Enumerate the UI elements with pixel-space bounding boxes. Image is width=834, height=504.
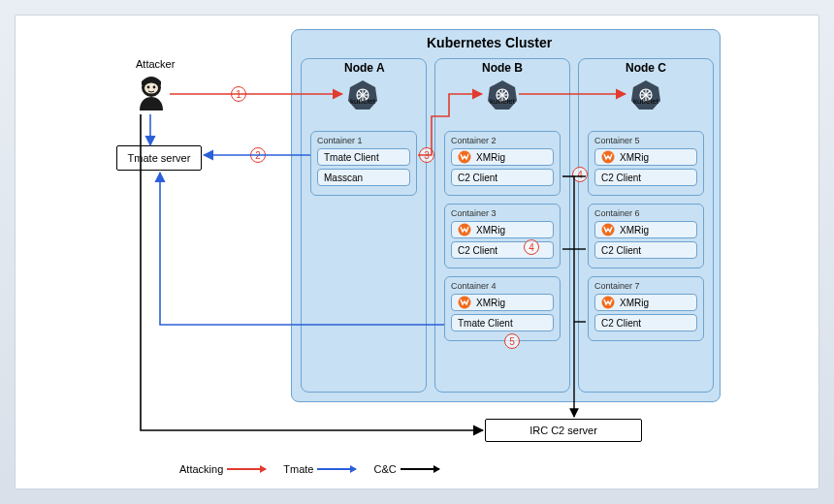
kubelet-a: kubelet: [347, 79, 378, 110]
xmrig-pill: XMRig: [451, 221, 554, 238]
c2-client-pill: C2 Client: [594, 314, 697, 331]
masscan-pill: Masscan: [317, 169, 410, 186]
tmate-server: Tmate server: [116, 145, 202, 171]
xmrig-pill: XMRig: [594, 221, 697, 238]
kubelet-label: kubelet: [343, 97, 382, 106]
container-2-label: Container 2: [451, 136, 554, 145]
container-4-label: Container 4: [451, 281, 554, 291]
attacker-icon: [136, 74, 167, 112]
step-4b: 4: [572, 167, 588, 182]
kubelet-label: kubelet: [626, 97, 665, 106]
container-5: Container 5 XMRig C2 Client: [588, 131, 704, 196]
xmrig-icon: [601, 150, 615, 164]
node-b-title: Node B: [482, 61, 523, 75]
step-2: 2: [250, 147, 266, 163]
xmrig-pill: XMRig: [594, 148, 697, 166]
container-2: Container 2 XMRig C2 Client: [444, 131, 561, 196]
container-4: Container 4 XMRig Tmate Client: [444, 276, 561, 341]
kubelet-c: kubelet: [630, 79, 661, 110]
c2-client-pill: C2 Client: [451, 169, 554, 186]
cluster-title: Kubernetes Cluster: [427, 35, 552, 50]
kubernetes-icon: [487, 79, 518, 110]
container-3-label: Container 3: [451, 208, 554, 218]
container-1-label: Container 1: [317, 136, 410, 145]
step-3: 3: [419, 147, 434, 163]
irc-c2-server: IRC C2 server: [485, 419, 642, 442]
container-6-label: Container 6: [594, 208, 697, 218]
xmrig-pill: XMRig: [594, 294, 697, 311]
step-5: 5: [504, 333, 520, 349]
xmrig-icon: [458, 150, 471, 164]
legend: Attacking Tmate C&C: [179, 463, 439, 475]
container-7-label: Container 7: [594, 281, 697, 291]
container-1: Container 1 Tmate Client Masscan: [310, 131, 417, 196]
legend-cc: C&C: [373, 463, 438, 475]
kubelet-b: kubelet: [487, 79, 518, 110]
step-4a: 4: [524, 239, 539, 255]
kubernetes-icon: [630, 79, 661, 110]
attacker-label: Attacker: [136, 58, 175, 70]
legend-tmate: Tmate: [283, 463, 356, 475]
c2-client-pill: C2 Client: [594, 241, 697, 259]
tmate-client-pill: Tmate Client: [451, 314, 554, 331]
xmrig-pill: XMRig: [451, 148, 554, 166]
attacker: Attacker: [136, 58, 175, 114]
xmrig-icon: [601, 296, 615, 309]
node-c-title: Node C: [626, 61, 666, 75]
svg-point-26: [147, 86, 150, 89]
xmrig-icon: [458, 296, 471, 309]
container-6: Container 6 XMRig C2 Client: [588, 204, 704, 268]
container-7: Container 7 XMRig C2 Client: [588, 276, 704, 341]
xmrig-icon: [601, 223, 615, 236]
svg-point-27: [153, 86, 156, 89]
kubernetes-icon: [347, 79, 378, 110]
xmrig-pill: XMRig: [451, 294, 554, 311]
step-1: 1: [231, 86, 246, 102]
container-3: Container 3 XMRig C2 Client: [444, 204, 561, 268]
kubelet-label: kubelet: [483, 97, 522, 106]
xmrig-icon: [458, 223, 471, 236]
container-5-label: Container 5: [594, 136, 697, 145]
legend-attacking: Attacking: [179, 463, 266, 475]
node-a-title: Node A: [344, 61, 385, 75]
tmate-client-pill: Tmate Client: [317, 148, 410, 166]
c2-client-pill: C2 Client: [594, 169, 697, 186]
